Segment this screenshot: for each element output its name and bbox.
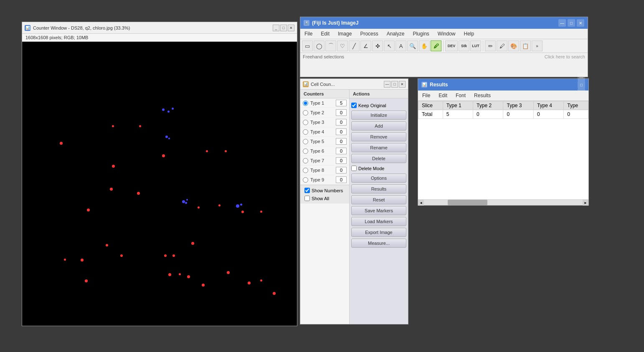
save-markers-button[interactable]: Save Markers (351, 206, 406, 215)
show-numbers-label: Show Numbers (312, 188, 343, 193)
cell-type2: 0 (473, 110, 503, 119)
counter-value-type8[interactable] (336, 167, 347, 173)
counter-radio-type7[interactable] (303, 158, 308, 163)
remove-button[interactable]: Remove (351, 132, 406, 141)
tool-dev[interactable]: DEV (445, 40, 458, 51)
dot-blue (162, 108, 165, 111)
imagej-search[interactable]: Click here to search (545, 54, 585, 59)
tool-multipoint[interactable]: ✜ (372, 40, 383, 51)
cell-counter-body: Counters Type 1 Type 2 Type 3 Type 4 (300, 90, 408, 324)
rename-button[interactable]: Rename (351, 143, 406, 152)
show-all-checkbox[interactable] (304, 196, 310, 201)
results-button[interactable]: Results (351, 184, 406, 194)
counter-value-type1[interactable] (336, 100, 347, 106)
counter-value-type9[interactable] (336, 176, 347, 183)
tool-arrow[interactable]: ↖ (384, 40, 395, 51)
counter-value-type4[interactable] (336, 128, 347, 135)
measure-button[interactable]: Measure... (351, 239, 406, 248)
counter-value-type5[interactable] (336, 138, 347, 145)
results-table-area: Slice Type 1 Type 2 Type 3 Type 4 Type T… (418, 101, 588, 199)
tool-rectangle[interactable]: ▭ (302, 40, 313, 51)
counter-close-button[interactable]: ✕ (288, 25, 294, 31)
tool-lut[interactable]: LUT (470, 40, 481, 51)
results-menu-edit[interactable]: Edit (434, 91, 451, 100)
counter-radio-type4[interactable] (303, 129, 308, 135)
tool-text[interactable]: A (396, 40, 406, 51)
counter-radio-type3[interactable] (303, 120, 308, 125)
imagej-toolbar: ▭ ◯ ⌒ ♡ ╱ ∠ ✜ ↖ A 🔍 ✋ 🖊 DEV Stk LUT ✏ 🖊 … (300, 39, 588, 53)
tool-more[interactable]: » (532, 40, 543, 51)
options-button[interactable]: Options (351, 173, 406, 183)
dot-red (137, 192, 140, 195)
tool-stk[interactable]: Stk (459, 40, 469, 51)
menu-window[interactable]: Window (434, 30, 460, 38)
menu-help[interactable]: Help (460, 30, 479, 38)
delete-button[interactable]: Delete (351, 154, 406, 163)
load-markers-button[interactable]: Load Markers (351, 217, 406, 226)
tool-pen[interactable]: 🖊 (497, 40, 507, 51)
imagej-status: Freehand selections (303, 54, 344, 59)
delete-mode-checkbox[interactable] (351, 166, 357, 171)
cell-counter-maximize[interactable]: □ (391, 81, 398, 88)
menu-file[interactable]: File (300, 30, 317, 38)
initialize-button[interactable]: Initialize (351, 111, 406, 120)
tool-pencil[interactable]: ✏ (485, 40, 496, 51)
counter-value-type6[interactable] (336, 148, 347, 154)
menu-plugins[interactable]: Plugins (408, 30, 433, 38)
counter-radio-type6[interactable] (303, 148, 308, 154)
scroll-right-button[interactable]: ► (583, 200, 588, 206)
tool-oval[interactable]: ◯ (314, 40, 325, 51)
cell-counter-minimize[interactable]: — (384, 81, 390, 88)
scroll-left-button[interactable]: ◄ (418, 200, 424, 206)
results-window: 📊 Results — □ ✕ File Edit Font Results S… (418, 78, 589, 206)
add-button[interactable]: Add (351, 121, 406, 131)
counter-radio-type2[interactable] (303, 110, 308, 116)
counter-radio-type9[interactable] (303, 177, 308, 183)
counter-minimize-button[interactable]: _ (273, 25, 279, 31)
tool-hand[interactable]: ✋ (419, 40, 430, 51)
results-menu-file[interactable]: File (418, 91, 434, 100)
counter-value-type2[interactable] (336, 109, 347, 116)
results-menu-font[interactable]: Font (451, 91, 470, 100)
show-numbers-checkbox[interactable] (304, 188, 310, 193)
counter-radio-type1[interactable] (303, 101, 308, 106)
imagej-maximize-button[interactable]: □ (568, 19, 575, 27)
counter-label-type6: Type 6 (310, 148, 336, 153)
cell-type4: 0 (533, 110, 563, 119)
counters-header: Counters (300, 90, 349, 98)
counter-image-area[interactable] (22, 42, 297, 326)
export-image-button[interactable]: Export Image (351, 228, 406, 237)
results-minimize[interactable]: — (578, 73, 585, 81)
tool-freehand[interactable]: ♡ (337, 40, 348, 51)
scrollbar-thumb[interactable] (448, 200, 487, 205)
counter-maximize-button[interactable]: □ (280, 25, 287, 31)
cell-slice: Total (418, 110, 443, 119)
tool-line[interactable]: ╱ (349, 40, 360, 51)
counter-label-type4: Type 4 (310, 129, 336, 134)
imagej-close-button[interactable]: ✕ (577, 19, 584, 27)
imagej-minimize-button[interactable]: — (558, 19, 566, 27)
menu-edit[interactable]: Edit (317, 30, 334, 38)
toolbar-separator-2 (483, 40, 483, 51)
counter-value-type7[interactable] (336, 157, 347, 164)
menu-image[interactable]: Image (334, 30, 356, 38)
menu-process[interactable]: Process (356, 30, 382, 38)
tool-brush[interactable]: 🎨 (508, 40, 519, 51)
results-menu-results[interactable]: Results (470, 91, 495, 100)
results-icon: 📊 (421, 82, 427, 88)
keep-original-checkbox[interactable] (351, 103, 357, 108)
reset-button[interactable]: Reset (351, 195, 406, 204)
tool-polygon[interactable]: ⌒ (325, 40, 336, 51)
results-maximize[interactable]: □ (578, 81, 585, 88)
dot-red (227, 271, 230, 274)
tool-angle[interactable]: ∠ (360, 40, 371, 51)
tool-magnify[interactable]: 🔍 (407, 40, 418, 51)
menu-analyze[interactable]: Analyze (383, 30, 409, 38)
counter-value-type3[interactable] (336, 119, 347, 126)
cell-counter-close[interactable]: ✕ (399, 81, 406, 88)
tool-clipboard[interactable]: 📋 (520, 40, 531, 51)
counter-label-type3: Type 3 (310, 120, 336, 125)
tool-paint[interactable]: 🖊 (431, 40, 441, 51)
counter-radio-type5[interactable] (303, 139, 308, 144)
counter-radio-type8[interactable] (303, 168, 308, 173)
